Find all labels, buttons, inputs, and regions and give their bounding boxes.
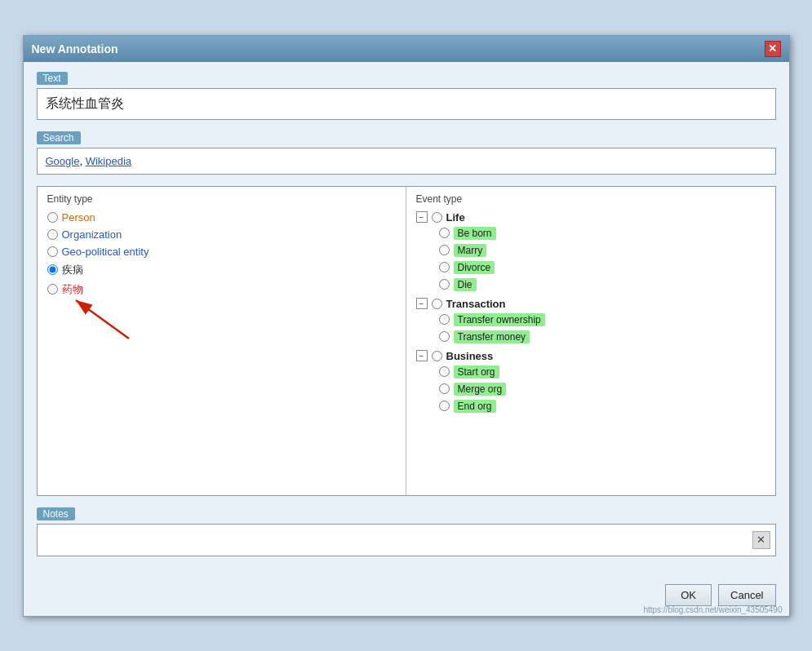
entity-person-radio[interactable] [47, 212, 58, 223]
event-divorce-item: Divorce [439, 261, 765, 274]
new-annotation-dialog: New Annotation ✕ Text 系统性血管炎 Search Goog… [23, 35, 790, 617]
entity-disease-label[interactable]: 疾病 [62, 263, 83, 277]
event-transfer-money-label[interactable]: Transfer money [454, 330, 530, 343]
google-link[interactable]: Google [46, 155, 80, 167]
notes-input-wrap: ✕ [37, 524, 776, 556]
entity-person-label[interactable]: Person [62, 211, 95, 224]
event-die-item: Die [439, 278, 765, 291]
svg-line-1 [76, 300, 129, 339]
event-transfer-money-radio[interactable] [439, 331, 450, 342]
event-divorce-radio[interactable] [439, 262, 450, 272]
dialog-body: Text 系统性血管炎 Search Google, Wikipedia Ent… [24, 62, 789, 578]
search-label: Search [37, 131, 81, 144]
entity-geo-label[interactable]: Geo-political entity [62, 246, 149, 258]
dialog-close-button[interactable]: ✕ [765, 41, 781, 57]
event-marry-item: Marry [439, 244, 765, 257]
event-start-org-radio[interactable] [439, 366, 450, 377]
ok-button[interactable]: OK [665, 584, 712, 606]
red-arrow-icon [68, 294, 133, 343]
event-group-life: − Life Be born Marry [416, 211, 765, 291]
event-beborn-radio[interactable] [439, 228, 450, 238]
event-group-transaction-radio[interactable] [432, 299, 442, 309]
dialog-titlebar: New Annotation ✕ [24, 36, 789, 62]
event-group-transaction-children: Transfer ownership Transfer money [439, 313, 765, 343]
event-start-org-label[interactable]: Start org [454, 365, 499, 379]
notes-clear-button[interactable]: ✕ [752, 531, 770, 549]
event-group-life-radio[interactable] [432, 212, 442, 223]
watermark: https://blog.csdn.net/weixin_43505490 [643, 605, 782, 614]
entity-drug-radio[interactable] [47, 284, 58, 294]
collapse-transaction-button[interactable]: − [416, 298, 428, 309]
collapse-business-button[interactable]: − [416, 350, 428, 361]
event-die-radio[interactable] [439, 279, 450, 290]
event-transfer-ownership-item: Transfer ownership [439, 313, 765, 326]
entity-geo-item: Geo-political entity [47, 246, 396, 258]
event-beborn-item: Be born [439, 227, 765, 240]
notes-section: Notes ✕ [37, 507, 776, 556]
event-marry-radio[interactable] [439, 245, 450, 255]
event-group-business-header: − Business [416, 350, 765, 362]
search-section: Search Google, Wikipedia [37, 131, 776, 175]
event-end-org-label[interactable]: End org [454, 400, 496, 413]
event-group-transaction: − Transaction Transfer ownership Transfe… [416, 298, 765, 343]
entity-panel-label: Entity type [47, 193, 396, 205]
event-start-org-item: Start org [439, 365, 765, 379]
text-label: Text [37, 72, 68, 85]
wikipedia-link[interactable]: Wikipedia [86, 155, 131, 167]
event-group-transaction-label: Transaction [446, 298, 506, 310]
entity-drug-label[interactable]: 药物 [62, 282, 83, 297]
event-transfer-ownership-label[interactable]: Transfer ownership [454, 313, 545, 326]
search-box: Google, Wikipedia [37, 148, 776, 175]
event-merge-org-radio[interactable] [439, 383, 450, 394]
event-end-org-radio[interactable] [439, 401, 450, 411]
entity-drug-item: 药物 [47, 282, 396, 297]
cancel-button[interactable]: Cancel [718, 584, 775, 606]
entity-geo-radio[interactable] [47, 246, 58, 257]
entity-organization-item: Organization [47, 228, 396, 241]
event-divorce-label[interactable]: Divorce [454, 261, 495, 274]
entity-panel: Entity type Person Organization Geo-poli… [38, 187, 406, 495]
entity-person-item: Person [47, 211, 396, 224]
event-group-business-radio[interactable] [432, 351, 442, 361]
notes-label: Notes [37, 507, 75, 520]
entity-organization-label[interactable]: Organization [62, 228, 122, 241]
event-group-business-children: Start org Merge org End org [439, 365, 765, 413]
search-links: Google, Wikipedia [46, 155, 132, 167]
event-merge-org-label[interactable]: Merge org [454, 383, 507, 396]
event-marry-label[interactable]: Marry [454, 244, 487, 257]
event-panel: Event type − Life Be born [406, 187, 775, 495]
event-group-life-children: Be born Marry Divorce Die [439, 227, 765, 291]
event-transfer-money-item: Transfer money [439, 330, 765, 343]
event-merge-org-item: Merge org [439, 383, 765, 396]
text-section: Text 系统性血管炎 [37, 72, 776, 120]
event-group-life-label: Life [446, 211, 465, 224]
event-panel-label: Event type [416, 193, 765, 205]
dialog-title: New Annotation [32, 42, 118, 55]
entity-event-section: Entity type Person Organization Geo-poli… [37, 186, 776, 496]
event-end-org-item: End org [439, 400, 765, 413]
event-group-business-label: Business [446, 350, 494, 362]
event-group-business: − Business Start org Merge org [416, 350, 765, 413]
entity-organization-radio[interactable] [47, 229, 58, 240]
event-transfer-ownership-radio[interactable] [439, 314, 450, 325]
text-value: 系统性血管炎 [37, 88, 776, 120]
entity-disease-item: 疾病 [47, 263, 396, 277]
event-group-life-header: − Life [416, 211, 765, 224]
notes-input[interactable] [44, 529, 749, 542]
entity-disease-radio[interactable] [47, 264, 58, 275]
event-die-label[interactable]: Die [454, 278, 477, 291]
collapse-life-button[interactable]: − [416, 211, 428, 223]
event-beborn-label[interactable]: Be born [454, 227, 496, 240]
event-group-transaction-header: − Transaction [416, 298, 765, 310]
